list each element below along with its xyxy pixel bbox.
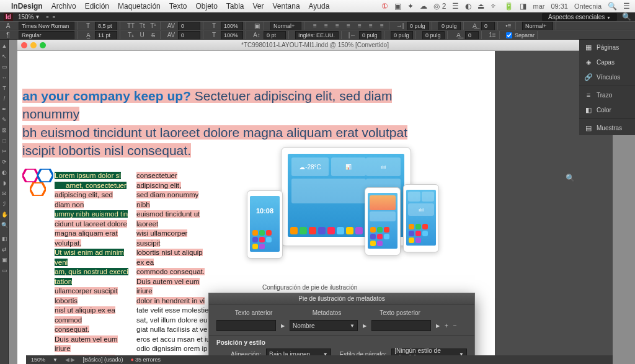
panel-links[interactable]: 🔗Vínculos bbox=[579, 69, 635, 84]
subscript-icon[interactable]: T₁ bbox=[127, 31, 135, 40]
user-name[interactable]: Ontecnia bbox=[574, 2, 602, 10]
smallcaps-icon[interactable]: Tt bbox=[138, 22, 146, 30]
status-icon[interactable]: ◎ 2 bbox=[433, 2, 446, 11]
swap-fill-icon[interactable]: ⇄ bbox=[0, 244, 9, 254]
vscale-field[interactable]: 100% bbox=[221, 22, 243, 30]
pencil-tool-icon[interactable]: ✎ bbox=[0, 115, 9, 125]
bridge-icon[interactable]: ▫ bbox=[46, 12, 48, 21]
dropcap-icon[interactable]: A͟ bbox=[470, 22, 479, 30]
pen-tool-icon[interactable]: ✒ bbox=[0, 104, 9, 114]
fill-icon[interactable]: ▣ bbox=[252, 22, 261, 30]
align-left-icon[interactable]: ≡ bbox=[311, 22, 319, 30]
type-mode-icon[interactable]: A bbox=[4, 22, 12, 30]
clock-time[interactable]: 09:31 bbox=[551, 2, 568, 10]
direct-select-tool-icon[interactable]: ↖ bbox=[0, 51, 9, 61]
type-tool-icon[interactable]: T bbox=[0, 83, 9, 93]
rect-tool-icon[interactable]: □ bbox=[0, 136, 9, 146]
status-zoom[interactable]: 150% bbox=[31, 357, 45, 363]
remove-row-icon[interactable]: − bbox=[453, 322, 457, 329]
workspace-switcher[interactable]: Aspectos esenciales ▼ bbox=[542, 13, 617, 21]
indent-left-field[interactable]: 0 pulg bbox=[407, 22, 429, 30]
bullets-icon[interactable]: •≡ bbox=[504, 22, 513, 30]
zoom-dropdown-icon[interactable]: ▼ bbox=[35, 14, 40, 20]
zoom-level[interactable]: 150% bbox=[18, 14, 34, 20]
language-field[interactable]: Inglés: EE.UU. bbox=[295, 31, 339, 40]
stock-icon[interactable]: ▫ bbox=[53, 12, 55, 21]
panel-layers[interactable]: ◈Capas bbox=[579, 55, 635, 69]
add-row-icon[interactable]: + bbox=[445, 322, 448, 329]
strike-icon[interactable]: S̶ bbox=[149, 31, 158, 40]
selection-tool-icon[interactable]: ▲ bbox=[0, 41, 9, 51]
rect-frame-tool-icon[interactable]: ⊠ bbox=[0, 125, 9, 135]
apply-color-icon[interactable]: ▣ bbox=[0, 255, 9, 265]
menu-view[interactable]: Ver bbox=[253, 2, 264, 11]
char-style-field[interactable]: Normal+ bbox=[270, 22, 301, 30]
font-style-field[interactable]: Regular bbox=[19, 31, 74, 40]
superscript-icon[interactable]: T¹ bbox=[149, 22, 158, 30]
eyedropper-tool-icon[interactable]: ℐ bbox=[0, 199, 9, 209]
status-icon[interactable]: ☰ bbox=[452, 2, 459, 11]
tracking-field[interactable]: 0 bbox=[178, 31, 200, 40]
gap-tool-icon[interactable]: ↔ bbox=[0, 73, 9, 82]
align-center-icon[interactable]: ≡ bbox=[322, 22, 331, 30]
note-tool-icon[interactable]: ✉ bbox=[0, 189, 9, 198]
gradient-tool-icon[interactable]: ◐ bbox=[0, 167, 9, 177]
text-before-input[interactable] bbox=[216, 320, 276, 331]
first-indent-field[interactable]: 0 pulg bbox=[391, 31, 413, 40]
illustration-caption[interactable]: Configuración de pie de ilustración bbox=[262, 284, 357, 291]
status-errors[interactable]: ●35 errores bbox=[131, 357, 161, 363]
para-style-field[interactable]: Normal+ bbox=[522, 22, 553, 30]
body-column-1[interactable]: Lorem ipsum dolor si amet, consectetuer … bbox=[55, 171, 129, 364]
hyphenate-checkbox[interactable] bbox=[506, 32, 512, 38]
device-illustration[interactable]: ☁ -28°C 📊 ılıl 10:08 bbox=[247, 147, 439, 283]
menu-layout[interactable]: Maquetación bbox=[118, 2, 161, 11]
spotlight-icon[interactable]: 🔍 bbox=[608, 2, 617, 11]
leading-field[interactable]: 11 pt bbox=[95, 31, 117, 40]
menu-edit[interactable]: Edición bbox=[85, 2, 109, 11]
fill-stroke-icon[interactable]: ◧ bbox=[0, 234, 9, 244]
tt-icon[interactable]: TT bbox=[127, 22, 135, 30]
locale-icon[interactable]: ◨ bbox=[520, 2, 526, 11]
status-icon[interactable]: ① bbox=[381, 2, 388, 11]
close-window-icon[interactable] bbox=[21, 42, 27, 48]
menu-file[interactable]: Archivo bbox=[51, 2, 76, 11]
panel-swatches[interactable]: ▤Muestras bbox=[579, 120, 635, 135]
panel-stroke[interactable]: ≡Trazo bbox=[579, 87, 635, 102]
status-icon[interactable]: ☁ bbox=[420, 2, 427, 11]
menu-text[interactable]: Texto bbox=[169, 2, 187, 11]
numbered-icon[interactable]: 1≡ bbox=[488, 31, 497, 40]
zoom-in-icon[interactable]: 🔍 bbox=[566, 174, 574, 182]
menu-window[interactable]: Ventana bbox=[273, 2, 300, 11]
align-right-icon[interactable]: ≡ bbox=[333, 22, 342, 30]
menu-help[interactable]: Ayuda bbox=[309, 2, 330, 11]
line-tool-icon[interactable]: / bbox=[0, 94, 9, 104]
status-layer[interactable]: [Básico] (usado) bbox=[82, 357, 123, 363]
clock-day[interactable]: mar bbox=[533, 2, 544, 10]
underline-icon[interactable]: U bbox=[138, 31, 146, 40]
metadata-select[interactable]: Nombre▼ bbox=[290, 320, 358, 331]
font-family-field[interactable]: Times New Roman bbox=[19, 22, 74, 30]
zoom-tool-icon[interactable]: 🔍 bbox=[0, 220, 9, 230]
panel-color[interactable]: ◧Color bbox=[579, 102, 635, 117]
justify-all-icon[interactable]: ≡ bbox=[355, 22, 364, 30]
baseline-field[interactable]: 0 pt bbox=[264, 31, 286, 40]
display-icon[interactable]: ◐ bbox=[465, 2, 471, 11]
status-icon[interactable]: ✦ bbox=[407, 2, 414, 11]
search-help-icon[interactable]: 🔍 bbox=[622, 12, 631, 21]
space-after-field[interactable]: 0 pulg bbox=[422, 31, 445, 40]
para-mode-icon[interactable]: ¶ bbox=[4, 31, 12, 40]
app-name[interactable]: InDesign bbox=[11, 2, 43, 11]
screen-mode-icon[interactable]: ▭ bbox=[0, 265, 9, 275]
zoom-window-icon[interactable] bbox=[40, 42, 46, 48]
document-canvas[interactable]: an your company keep up? Sectetuer adipi… bbox=[17, 51, 613, 364]
hscale-field[interactable]: 100% bbox=[221, 31, 243, 40]
panel-pages[interactable]: ▦Páginas bbox=[579, 40, 635, 55]
transform-tool-icon[interactable]: ⟳ bbox=[0, 157, 9, 167]
space-before-field[interactable]: 0 pulg bbox=[438, 22, 461, 30]
menu-table[interactable]: Tabla bbox=[226, 2, 244, 11]
indent-right-field[interactable]: 0 pulg bbox=[359, 31, 381, 40]
notifications-icon[interactable]: ☰ bbox=[623, 2, 630, 11]
scissors-tool-icon[interactable]: ✂ bbox=[0, 146, 9, 156]
menu-object[interactable]: Objeto bbox=[195, 2, 217, 11]
page-tool-icon[interactable]: ▭ bbox=[0, 62, 9, 72]
